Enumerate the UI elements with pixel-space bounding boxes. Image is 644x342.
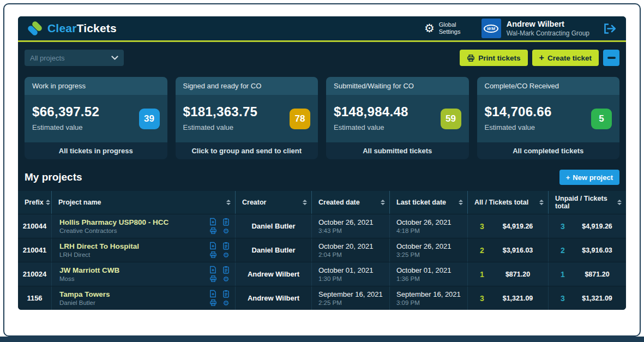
print-tickets-button[interactable]: Print tickets (460, 50, 527, 66)
print-icon[interactable] (209, 251, 217, 259)
project-name[interactable]: Hollis Pharmacy USP800 - HCC (59, 218, 205, 226)
printer-icon (467, 54, 475, 62)
ticket-list-icon[interactable] (222, 290, 230, 298)
clear-tickets-logo-icon (27, 20, 43, 37)
user-info: Andrew Wilbert Wal-Mark Contracting Grou… (507, 20, 589, 37)
unpaid-ticket-count: 3 (553, 222, 573, 231)
project-subtitle: LRH Direct (59, 251, 205, 258)
unpaid-ticket-amount: $1,321.09 (573, 295, 622, 302)
unpaid-ticket-amount: $871.20 (573, 271, 622, 278)
all-ticket-amount: $4,919.26 (492, 223, 544, 230)
user-company: Wal-Mark Contracting Group (507, 29, 589, 37)
card-footer-link[interactable]: Click to group and send to client (176, 142, 318, 159)
cell-unpaid-tickets-total: 2 $3,916.03 (548, 238, 626, 262)
minus-icon (607, 57, 616, 59)
gear-icon: ⚙ (424, 23, 435, 34)
cell-last-ticket-date: October 26, 2021 3:25 PM (389, 238, 467, 262)
new-project-label: New project (573, 173, 613, 182)
column-header-last-ticket-date[interactable]: Last ticket date (389, 191, 467, 214)
ticket-count-badge: 59 (441, 109, 461, 129)
stat-card-submitted-waiting[interactable]: Submitted/Waiting for CO $148,984.48 Est… (326, 77, 469, 159)
print-icon[interactable] (209, 227, 217, 235)
card-footer-link[interactable]: All tickets in progress (25, 142, 167, 159)
cell-last-ticket-date: September 16, 2021 3:09 PM (389, 286, 467, 310)
stat-cards: Work in progress $66,397.52 Estimated va… (18, 66, 626, 159)
ticket-list-icon[interactable] (222, 266, 230, 274)
settings-icon[interactable]: ⚙ (223, 299, 230, 307)
table-row[interactable]: 210044 Hollis Pharmacy USP800 - HCC Crea… (18, 214, 626, 238)
sort-icon[interactable] (617, 200, 622, 205)
stat-card-complete-received[interactable]: Complete/CO Received $14,706.66 Estimate… (477, 77, 620, 159)
settings-icon[interactable]: ⚙ (223, 227, 230, 235)
cell-all-tickets-total: 2 $3,916.03 (467, 238, 548, 262)
stat-card-signed-ready[interactable]: Signed and ready for CO $181,363.75 Esti… (176, 77, 318, 159)
cell-prefix: 210024 (18, 262, 51, 286)
project-name[interactable]: Tampa Towers (59, 290, 205, 298)
card-footer-link[interactable]: All completed tickets (477, 142, 620, 159)
sort-icon[interactable] (381, 200, 385, 205)
sort-icon[interactable] (46, 200, 50, 205)
card-footer-link[interactable]: All submitted tickets (326, 142, 469, 159)
global-settings-button[interactable]: ⚙ Global Settings (424, 21, 468, 35)
settings-icon[interactable]: ⚙ (223, 275, 230, 283)
column-header-unpaid-tickets-total[interactable]: Unpaid / Tickets total (548, 191, 626, 214)
card-title: Signed and ready for CO (176, 77, 318, 95)
project-name[interactable]: LRH Direct To Hospital (59, 242, 205, 250)
unpaid-ticket-count: 2 (553, 246, 573, 255)
toolbar: All projects Print tickets + Create tick… (18, 42, 626, 66)
print-icon[interactable] (209, 275, 217, 283)
user-menu[interactable]: WM Andrew Wilbert Wal-Mark Contracting G… (482, 19, 589, 38)
column-header-project-name[interactable]: Project name (51, 191, 235, 214)
logout-icon[interactable] (603, 22, 617, 35)
column-header-creator[interactable]: Creator (235, 191, 311, 214)
new-project-button[interactable]: + New project (559, 170, 619, 185)
table-row[interactable]: 210024 JW Marriott CWB Moss ⚙ Andrew Wil… (18, 262, 626, 286)
ticket-list-icon[interactable] (222, 218, 230, 226)
sort-icon[interactable] (226, 200, 231, 205)
ticket-count-badge: 39 (139, 109, 160, 129)
project-filter-dropdown[interactable]: All projects (25, 50, 124, 66)
all-ticket-count: 3 (472, 222, 492, 231)
unpaid-ticket-amount: $3,916.03 (573, 247, 622, 254)
create-ticket-button[interactable]: + Create ticket (532, 50, 599, 66)
add-ticket-icon[interactable] (209, 218, 216, 226)
print-icon[interactable] (209, 299, 217, 307)
brand-name-tickets: Tickets (77, 22, 117, 34)
add-ticket-icon[interactable] (209, 290, 216, 298)
column-header-all-tickets-total[interactable]: All / Tickets total (467, 191, 548, 214)
column-header-created-date[interactable]: Created date (311, 191, 389, 214)
project-subtitle: Daniel Butler (59, 299, 205, 306)
all-ticket-count: 3 (472, 294, 492, 303)
add-ticket-icon[interactable] (209, 242, 216, 250)
row-actions: ⚙ (208, 266, 231, 283)
project-name[interactable]: JW Marriott CWB (59, 266, 205, 274)
add-ticket-icon[interactable] (209, 266, 216, 274)
table-row[interactable]: 210041 LRH Direct To Hospital LRH Direct… (18, 238, 626, 262)
cell-created-date: October 01, 2021 1:30 PM (311, 262, 389, 286)
collapse-button[interactable] (603, 50, 619, 66)
company-avatar: WM (482, 19, 501, 38)
projects-table: Prefix Project name Creator Created date… (18, 191, 626, 310)
card-title: Submitted/Waiting for CO (326, 77, 469, 95)
cell-prefix: 210044 (18, 214, 51, 238)
cell-project-name: Tampa Towers Daniel Butler ⚙ (51, 286, 235, 310)
all-ticket-amount: $1,321.09 (492, 295, 544, 302)
row-actions: ⚙ (208, 290, 231, 307)
cell-created-date: October 26, 2021 3:43 PM (311, 214, 389, 238)
sort-icon[interactable] (459, 200, 463, 205)
cell-project-name: LRH Direct To Hospital LRH Direct ⚙ (51, 238, 235, 262)
window-frame-bottom (0, 337, 644, 342)
all-ticket-amount: $3,916.03 (492, 247, 544, 254)
cell-project-name: JW Marriott CWB Moss ⚙ (51, 262, 235, 286)
sort-icon[interactable] (303, 200, 307, 205)
cell-project-name: Hollis Pharmacy USP800 - HCC Creative Co… (51, 214, 235, 238)
all-ticket-count: 2 (472, 246, 492, 255)
column-header-prefix[interactable]: Prefix (18, 191, 51, 214)
ticket-list-icon[interactable] (222, 242, 230, 250)
settings-icon[interactable]: ⚙ (223, 251, 230, 259)
cell-last-ticket-date: October 26, 2021 4:18 PM (389, 214, 467, 238)
stat-card-work-in-progress[interactable]: Work in progress $66,397.52 Estimated va… (25, 77, 167, 159)
table-row[interactable]: 1156 Tampa Towers Daniel Butler ⚙ Andrew… (18, 286, 626, 310)
sort-icon[interactable] (539, 200, 544, 205)
all-ticket-amount: $871.20 (492, 271, 544, 278)
